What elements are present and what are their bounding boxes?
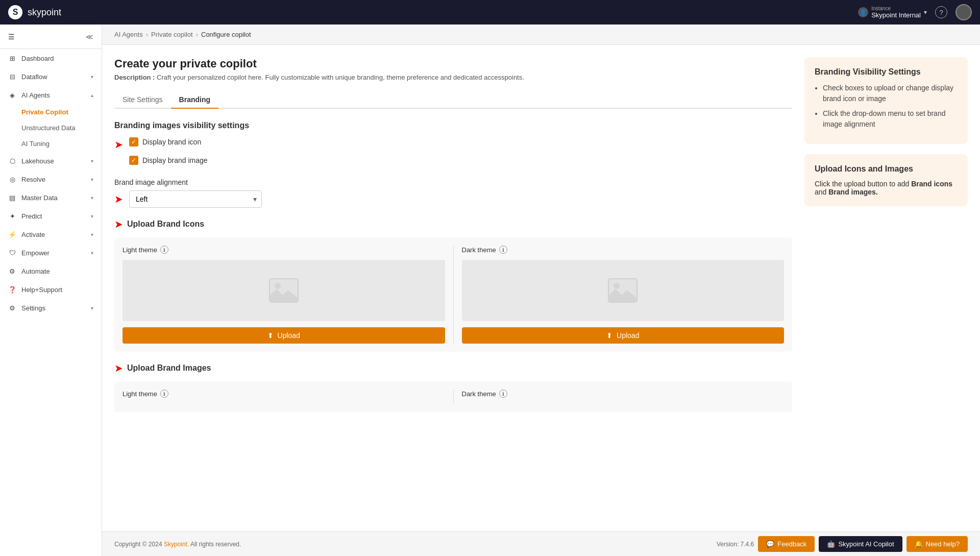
upload-dark-icon-button[interactable]: ⬆ Upload xyxy=(462,327,785,344)
svg-point-3 xyxy=(614,283,620,289)
help-button[interactable]: ? xyxy=(935,6,947,18)
sidebar-item-dashboard[interactable]: ⊞ Dashboard xyxy=(0,49,102,67)
master-data-icon: ▤ xyxy=(8,194,16,202)
app-name: skypoint xyxy=(28,7,61,18)
light-theme-label: Light theme ℹ xyxy=(122,246,445,254)
avatar[interactable] xyxy=(955,4,972,20)
instance-label: Instance xyxy=(871,6,921,11)
upload-light-theme-col: Light theme ℹ ⬆ Upload xyxy=(122,246,445,344)
sidebar-item-label: Predict xyxy=(21,212,42,220)
upload-icon: ⬆ xyxy=(267,331,274,340)
ai-agents-icon: ◈ xyxy=(8,91,16,99)
sidebar-item-ai-agents[interactable]: ◈ AI Agents ▴ xyxy=(0,86,102,104)
arrow-icon-4: ➤ xyxy=(114,362,123,374)
sidebar-item-label: Dashboard xyxy=(21,55,54,62)
company-link[interactable]: Skypoint. xyxy=(164,541,189,548)
sidebar-item-help-support[interactable]: ❓ Help+Support xyxy=(0,280,102,299)
visibility-card-list: Check boxes to upload or change display … xyxy=(815,83,958,130)
version-label: Version: 7.4.6 xyxy=(717,541,754,548)
need-help-button[interactable]: 🔔 Need help? xyxy=(906,536,968,552)
light-theme-image-placeholder xyxy=(122,260,445,321)
sidebar-item-settings[interactable]: ⚙ Settings ▾ xyxy=(0,299,102,317)
column-divider-2 xyxy=(453,390,454,404)
dark-theme-image-placeholder xyxy=(462,260,785,321)
description-label: Description : xyxy=(114,74,155,81)
checkbox-image-label: Display brand image xyxy=(142,156,208,164)
alignment-select[interactable]: Left Center Right xyxy=(129,190,262,208)
checkbox-display-brand-icon[interactable]: ✓ Display brand icon xyxy=(129,137,201,147)
upload-images-title: Upload Brand Images xyxy=(127,364,211,373)
sidebar-header: ☰ ≪ xyxy=(0,25,102,49)
content-right: Branding Visibility Settings Check boxes… xyxy=(804,57,968,519)
sidebar-item-label: Dataflow xyxy=(21,73,47,81)
sidebar-item-dataflow[interactable]: ⊟ Dataflow ▾ xyxy=(0,67,102,86)
checkbox-display-brand-image[interactable]: ✓ Display brand image xyxy=(129,156,208,165)
sidebar-item-label: Empower xyxy=(21,249,50,257)
instance-chevron-icon: ▾ xyxy=(924,9,927,16)
visibility-card-point-1: Check boxes to upload or change display … xyxy=(823,83,958,104)
breadcrumb: AI Agents › Private copilot › Configure … xyxy=(102,25,980,45)
sidebar-item-empower[interactable]: 🛡 Empower ▾ xyxy=(0,244,102,262)
sidebar-item-label: Settings xyxy=(21,304,45,312)
dark-theme-info-icon[interactable]: ℹ xyxy=(499,246,507,254)
upload-card-title: Upload Icons and Images xyxy=(815,164,958,174)
visibility-card-title: Branding Visibility Settings xyxy=(815,67,958,77)
dataflow-icon: ⊟ xyxy=(8,72,16,81)
collapse-icon[interactable]: ≪ xyxy=(86,33,93,41)
sidebar-item-lakehouse[interactable]: ⬡ Lakehouse ▾ xyxy=(0,152,102,170)
sidebar-item-private-copilot[interactable]: Private Copilot xyxy=(0,104,102,120)
top-navigation: S skypoint 👤 Instance Skypoint Internal … xyxy=(0,0,980,25)
checkbox-icon-checked: ✓ xyxy=(129,137,138,147)
arrow-icon-3: ➤ xyxy=(114,218,123,230)
sidebar-item-predict[interactable]: ✦ Predict ▾ xyxy=(0,207,102,225)
sidebar-item-resolve[interactable]: ◎ Resolve ▾ xyxy=(0,170,102,188)
tab-site-settings[interactable]: Site Settings xyxy=(114,91,171,109)
sidebar-item-label: Automate xyxy=(21,268,50,275)
menu-icon[interactable]: ☰ xyxy=(8,33,15,41)
chevron-down-icon: ▾ xyxy=(91,74,93,80)
copyright-text: Copyright © 2024 Skypoint. All rights re… xyxy=(114,541,241,548)
feedback-button[interactable]: 💬 Feedback xyxy=(758,536,815,552)
bottom-bar: Copyright © 2024 Skypoint. All rights re… xyxy=(102,531,980,556)
copilot-icon: 🤖 xyxy=(827,540,835,548)
upload-icon: ⬆ xyxy=(606,331,612,340)
images-light-info-icon[interactable]: ℹ xyxy=(160,390,168,398)
checkbox-image-checked: ✓ xyxy=(129,156,138,165)
sidebar-item-label: Resolve xyxy=(21,176,45,183)
sidebar-item-unstructured-data[interactable]: Unstructured Data xyxy=(0,120,102,136)
upload-images-grid: Light theme ℹ Dark theme ℹ xyxy=(114,381,792,412)
content-area: Create your private copilot Description … xyxy=(102,45,980,531)
sidebar-item-label: Help+Support xyxy=(21,286,62,294)
lakehouse-icon: ⬡ xyxy=(8,157,16,165)
chevron-down-icon: ▾ xyxy=(91,250,93,256)
copilot-button[interactable]: 🤖 Skypoint AI Copilot xyxy=(819,536,902,552)
breadcrumb-current: Configure copilot xyxy=(201,31,251,38)
need-help-icon: 🔔 xyxy=(915,540,923,548)
instance-selector[interactable]: 👤 Instance Skypoint Internal ▾ xyxy=(858,6,927,19)
description-text: Craft your personalized copilot here. Fu… xyxy=(157,74,524,81)
predict-icon: ✦ xyxy=(8,212,16,220)
automate-icon: ⚙ xyxy=(8,267,16,275)
feedback-icon: 💬 xyxy=(766,540,774,548)
sidebar-item-activate[interactable]: ⚡ Activate ▾ xyxy=(0,225,102,244)
sidebar-item-automate[interactable]: ⚙ Automate xyxy=(0,262,102,280)
sidebar-item-label: Activate xyxy=(21,231,45,238)
images-dark-info-icon[interactable]: ℹ xyxy=(499,390,507,398)
light-theme-info-icon[interactable]: ℹ xyxy=(160,246,168,254)
logo-icon: S xyxy=(8,5,22,19)
upload-card-body: Click the upload button to add Brand ico… xyxy=(815,180,958,196)
bottom-actions: Version: 7.4.6 💬 Feedback 🤖 Skypoint AI … xyxy=(717,536,968,552)
sidebar-item-ai-tuning[interactable]: AI Tuning xyxy=(0,136,102,152)
resolve-icon: ◎ xyxy=(8,175,16,183)
sidebar-item-master-data[interactable]: ▤ Master Data ▾ xyxy=(0,188,102,207)
page-title: Create your private copilot xyxy=(114,57,792,70)
brand-images-text: Brand images. xyxy=(828,188,877,196)
page-description: Description : Craft your personalized co… xyxy=(114,74,792,81)
main-panel: AI Agents › Private copilot › Configure … xyxy=(102,25,980,556)
tab-branding[interactable]: Branding xyxy=(171,91,218,109)
upload-light-icon-button[interactable]: ⬆ Upload xyxy=(122,327,445,344)
nav-left: S skypoint xyxy=(8,5,61,19)
chevron-down-icon: ▾ xyxy=(91,177,93,182)
breadcrumb-ai-agents[interactable]: AI Agents xyxy=(114,31,143,38)
breadcrumb-private-copilot[interactable]: Private copilot xyxy=(151,31,193,38)
